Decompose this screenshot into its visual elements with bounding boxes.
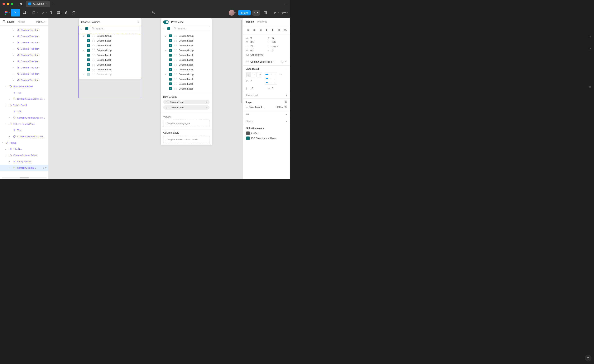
column-item-row[interactable]: ✓⋮⋮Column Label xyxy=(163,38,210,43)
column-checkbox[interactable]: ✓ xyxy=(87,73,90,76)
component-link-icon[interactable] xyxy=(281,60,283,63)
column-item-row[interactable]: ✓⋮⋮Column Label xyxy=(81,43,139,48)
color-swatch[interactable] xyxy=(246,136,250,140)
variant-select[interactable]: Column Select Tree xyxy=(250,61,272,63)
column-item-row[interactable]: ✓⋮⋮Column Label xyxy=(163,67,210,72)
drag-handle-icon[interactable]: ⋮⋮ xyxy=(92,44,95,47)
history-icon[interactable] xyxy=(149,9,157,16)
close-icon[interactable]: × xyxy=(138,21,139,24)
layer-row[interactable]: ▸Column Tree Item xyxy=(0,58,48,65)
canvas-scrollbar[interactable] xyxy=(241,20,242,103)
column-checkbox[interactable]: ✓ xyxy=(169,78,172,81)
distribute-icon[interactable]: ▾ xyxy=(283,28,287,32)
column-item-row[interactable]: ✓⋮⋮Column Label xyxy=(81,53,139,57)
canvas[interactable]: Choose Columns × ⌄ ✓ Search… ⌄✓⋮⋮Column … xyxy=(49,18,243,179)
visibility-icon[interactable] xyxy=(284,105,287,109)
library-icon[interactable] xyxy=(262,9,269,16)
horizontal-scrollbar[interactable] xyxy=(2,177,47,178)
layer-row[interactable]: ▾Content/Column Select xyxy=(0,152,48,158)
resources-button[interactable] xyxy=(55,9,63,16)
column-checkbox[interactable]: ✓ xyxy=(87,49,90,52)
drag-handle-icon[interactable]: ⋮⋮ xyxy=(174,40,177,42)
maximize-window-icon[interactable] xyxy=(11,3,13,5)
layer-row[interactable]: ▾Popup xyxy=(0,140,48,146)
search-input[interactable]: Search… xyxy=(172,26,210,31)
page-select[interactable]: Page 1 ▾ xyxy=(36,20,46,23)
minimize-window-icon[interactable] xyxy=(7,3,9,5)
column-item-row[interactable]: ✓⋮⋮Column Label xyxy=(163,62,210,67)
lock-icon[interactable]: ⎋ xyxy=(43,167,44,169)
layer-row[interactable]: ▸Column Tree Item xyxy=(0,65,48,71)
column-group-row[interactable]: ⌄✓⋮⋮Column Group xyxy=(163,34,210,38)
align-top-icon[interactable] xyxy=(265,28,269,32)
column-item-row[interactable]: ✓⋮⋮Column Label xyxy=(163,43,210,48)
column-checkbox[interactable]: ✓ xyxy=(87,63,90,66)
layer-row[interactable]: ▾Column Labels Panel xyxy=(0,121,48,127)
drag-handle-icon[interactable]: ⋮⋮ xyxy=(165,107,169,109)
layer-row[interactable]: ▸Sticky Header xyxy=(0,158,48,165)
layer-row[interactable]: Title xyxy=(0,89,48,96)
close-tab-icon[interactable]: × xyxy=(46,2,47,6)
drag-handle-icon[interactable]: ⋮⋮ xyxy=(174,59,177,61)
comment-tool-button[interactable] xyxy=(70,9,78,16)
window-menu-icon[interactable]: ⋯ xyxy=(284,2,288,6)
select-all-checkbox[interactable]: ✓ xyxy=(167,27,170,30)
remove-chip-icon[interactable]: × xyxy=(206,101,208,103)
column-group-row[interactable]: ⌄✓⋮⋮Column Group xyxy=(81,48,139,53)
layer-row[interactable]: Title xyxy=(0,108,48,115)
drag-handle-icon[interactable]: ⋮⋮ xyxy=(92,63,95,66)
avatar-menu[interactable]: ▾ xyxy=(229,10,236,16)
drag-handle-icon[interactable]: ⋮⋮ xyxy=(174,44,177,47)
drag-handle-icon[interactable]: ⋮⋮ xyxy=(92,49,95,51)
layer-settings-icon[interactable] xyxy=(285,101,287,104)
column-checkbox[interactable]: ✓ xyxy=(169,39,172,42)
column-checkbox[interactable]: ✓ xyxy=(87,44,90,47)
column-checkbox[interactable]: ✓ xyxy=(169,58,172,61)
layers-tab[interactable]: Layers xyxy=(7,20,14,23)
align-h-center-icon[interactable] xyxy=(252,28,256,32)
column-group-row[interactable]: ⌄✓⋮⋮Column Group xyxy=(81,72,139,77)
drag-handle-icon[interactable]: ⋮⋮ xyxy=(92,73,95,75)
share-button[interactable]: Share xyxy=(238,10,251,15)
main-menu-button[interactable] xyxy=(2,9,11,16)
column-item-row[interactable]: ✓⋮⋮Column Label xyxy=(81,62,139,67)
close-window-icon[interactable] xyxy=(2,3,5,5)
row-group-chip[interactable]: ⋮⋮Column Label× xyxy=(163,105,209,110)
drag-handle-icon[interactable]: ⋮⋮ xyxy=(174,68,177,71)
column-checkbox[interactable]: ✓ xyxy=(169,68,172,71)
layer-row[interactable]: ▸Content/Column Drop Ve… xyxy=(0,115,48,121)
drag-handle-icon[interactable]: ⋮⋮ xyxy=(165,101,169,103)
column-item-row[interactable]: ✓⋮⋮Column Label xyxy=(163,77,210,81)
pad-h-field[interactable]: 16 xyxy=(250,87,253,89)
selection-color-row[interactable]: IDS Colors/general/brand xyxy=(246,136,287,140)
layer-row[interactable]: ▸Title Bar xyxy=(0,146,48,152)
layer-row[interactable]: ▸Content/Column Drop Ve… xyxy=(0,133,48,140)
drag-handle-icon[interactable]: ⋮⋮ xyxy=(174,35,177,37)
column-checkbox[interactable]: ✓ xyxy=(169,54,172,57)
drag-handle-icon[interactable]: ⋮⋮ xyxy=(174,73,177,75)
direction-wrap-button[interactable]: ↩ xyxy=(257,72,262,77)
layer-row[interactable]: ▾Values Panel xyxy=(0,102,48,108)
visibility-icon[interactable]: 👁 xyxy=(45,167,47,169)
column-item-row[interactable]: ✓⋮⋮Column Label xyxy=(81,57,139,62)
column-checkbox[interactable]: ✓ xyxy=(169,73,172,76)
gap-field[interactable]: 2 xyxy=(250,79,252,82)
layer-row[interactable]: ▸Column Tree Item xyxy=(0,46,48,52)
autolayout-more-icon[interactable]: ⋯ xyxy=(280,74,282,76)
remove-chip-icon[interactable]: × xyxy=(206,106,208,109)
select-all-checkbox[interactable]: ✓ xyxy=(85,27,88,30)
column-item-row[interactable]: ✓⋮⋮Column Label xyxy=(163,57,210,62)
chevron-down-icon[interactable]: ⌄ xyxy=(163,27,166,30)
clip-content-checkbox[interactable]: Clip content xyxy=(250,54,263,56)
y-field[interactable]: 41 xyxy=(272,37,274,39)
new-tab-button[interactable]: + xyxy=(52,2,54,6)
layer-row[interactable]: ▸Column Tree Item xyxy=(0,40,48,46)
shape-tool-button[interactable] xyxy=(29,9,38,16)
drag-handle-icon[interactable]: ⋮⋮ xyxy=(174,54,177,56)
search-icon[interactable] xyxy=(3,20,6,24)
align-left-icon[interactable] xyxy=(246,28,250,32)
opacity-field[interactable]: 100% xyxy=(277,106,283,108)
layer-row[interactable]: ▸Content/Column…⎋👁 xyxy=(0,165,48,171)
color-swatch[interactable] xyxy=(246,131,250,135)
hand-tool-button[interactable] xyxy=(63,9,70,16)
